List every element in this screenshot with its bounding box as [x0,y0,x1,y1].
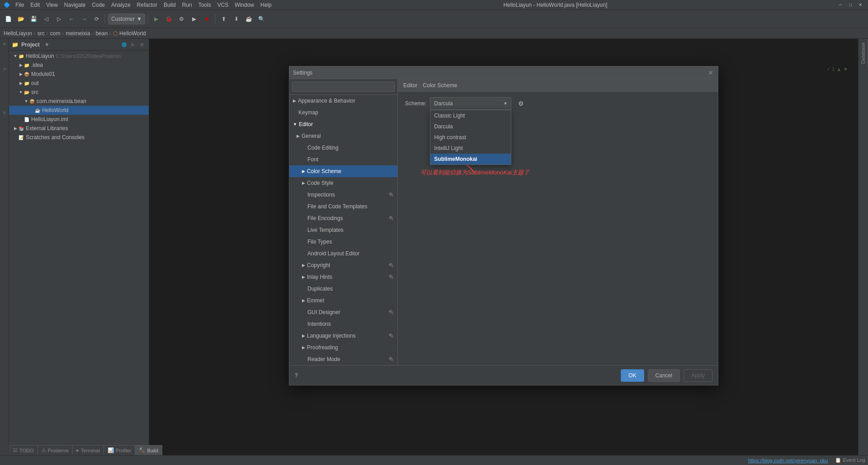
stop-button[interactable]: ■ [202,14,212,24]
minimize-button[interactable]: ─ [836,2,844,8]
profiler-tab[interactable]: 📊 Profiler [104,445,136,455]
settings-item-color-scheme[interactable]: ▶ Color Scheme [289,165,397,177]
settings-item-code-style[interactable]: ▶ Code Style [289,177,397,189]
menu-edit[interactable]: Edit [28,1,42,9]
run-config-dropdown[interactable]: Customer ▼ [108,14,145,24]
cancel-button[interactable]: Cancel [648,369,680,382]
settings-item-copyright[interactable]: ▶ Copyright 🔌 [289,259,397,271]
settings-item-file-templates[interactable]: File and Code Templates [289,201,397,212]
settings-item-editor[interactable]: ▼ Editor [289,118,397,130]
forward-button[interactable]: → [79,14,90,24]
vcs-download-button[interactable]: ⬇ [231,14,242,24]
settings-item-live-templates[interactable]: Live Templates [289,224,397,236]
database-tab[interactable]: Database [859,39,868,67]
close-window-button[interactable]: ✕ [856,2,864,8]
breadcrumb-com[interactable]: com [50,30,61,37]
tree-module01[interactable]: ▶ 📦 Module01 [9,70,149,79]
settings-item-file-encodings[interactable]: File Encodings 🔌 [289,212,397,224]
run-config-button[interactable]: ⚙ [176,14,187,24]
sdk-button[interactable]: ☕ [244,14,255,24]
breadcrumb-file[interactable]: ⬡ [113,30,118,37]
redo-button[interactable]: ▷ [53,14,64,24]
settings-item-keymap[interactable]: Keymap [289,107,397,118]
project-panel-arrow[interactable]: ▼ [44,42,50,48]
settings-item-lang-injections[interactable]: ▶ Language Injections 🔌 [289,330,397,342]
build-tab[interactable]: 🔨 Build [135,445,162,455]
scope-icon[interactable]: 🌐 [120,41,128,49]
todo-tab[interactable]: ☑ TODO [9,445,38,455]
tree-external-libs[interactable]: ▶ 📚 External Libraries [9,124,149,133]
settings-item-intentions[interactable]: Intentions [289,318,397,330]
debug-button[interactable]: 🐞 [164,14,175,24]
scheme-option-intellij-light[interactable]: IntelliJ Light [430,143,511,154]
problems-tab[interactable]: ⚠ Problems [38,445,73,455]
structure-icon[interactable]: S [0,66,9,72]
vcs-button[interactable]: ⬆ [218,14,229,24]
save-button[interactable]: 💾 [28,14,39,24]
run-button[interactable]: ▶ [151,14,162,24]
new-file-button[interactable]: 📄 [3,14,14,24]
settings-search-input[interactable] [292,82,395,92]
tree-src[interactable]: ▼ 📂 src [9,88,149,97]
settings-item-reader-mode[interactable]: Reader Mode 🔌 [289,353,397,365]
menu-help[interactable]: Help [258,1,274,9]
menu-code[interactable]: Code [89,1,108,9]
collapse-all-icon[interactable]: ⇇ [129,41,137,49]
scheme-gear-button[interactable]: ⚙ [515,98,527,109]
tree-iml[interactable]: 📄 HelloLiayun.iml [9,115,149,124]
scheme-option-sublime-monokai[interactable]: SublimeMonokai [430,154,511,164]
settings-item-emmet[interactable]: ▶ Emmet [289,295,397,306]
help-button[interactable]: ? [295,372,298,379]
settings-item-android-layout[interactable]: Android Layout Editor [289,248,397,259]
menu-refactor[interactable]: Refactor [134,1,160,9]
menu-tools[interactable]: Tools [196,1,214,9]
coverage-button[interactable]: ▶ [189,14,200,24]
tree-helloworld[interactable]: ☕ HelloWorld [9,106,149,115]
project-icon[interactable]: P [0,41,9,47]
menu-navigate[interactable]: Navigate [61,1,88,9]
dialog-close-button[interactable]: ✕ [707,69,714,76]
settings-item-file-types[interactable]: File Types [289,236,397,248]
tree-root[interactable]: ▼ 📁 HelloLiayun C:\Users\32120\IdeaProje… [9,52,149,61]
settings-item-code-editing[interactable]: Code Editing [289,142,397,154]
menu-file[interactable]: File [13,1,27,9]
favorites-icon[interactable]: F [0,109,9,116]
menu-view[interactable]: View [43,1,61,9]
event-log-label[interactable]: 📋 Event Log [835,457,865,463]
menu-analyze[interactable]: Analyze [108,1,133,9]
settings-panel-icon[interactable]: ⚙ [138,41,146,49]
terminal-tab[interactable]: ▸ Terminal [73,445,104,455]
back-button[interactable]: ← [66,14,77,24]
settings-item-gui-designer[interactable]: GUI Designer 🔌 [289,306,397,318]
settings-item-appearance[interactable]: ▶ Appearance & Behavior [289,95,397,107]
breadcrumb-project[interactable]: HelloLiayun [4,30,32,37]
tree-idea[interactable]: ▶ 📁 .idea [9,61,149,70]
history-button[interactable]: ⟳ [91,14,102,24]
tree-package[interactable]: ▼ 📦 com.meimeixia.bean [9,97,149,106]
undo-button[interactable]: ◁ [41,14,52,24]
tree-out[interactable]: ▶ 📁 out [9,79,149,88]
open-button[interactable]: 📂 [15,14,26,24]
apply-button[interactable]: Apply [684,369,712,382]
settings-item-general[interactable]: ▶ General [289,130,397,142]
settings-item-inspections[interactable]: Inspections 🔌 [289,189,397,201]
menu-window[interactable]: Window [232,1,257,9]
search-everywhere-button[interactable]: 🔍 [256,14,267,24]
breadcrumb-pkg[interactable]: meimeixia [66,30,90,37]
settings-item-proofreading[interactable]: ▶ Proofreading [289,342,397,353]
breadcrumb-filename[interactable]: HelloWorld [119,30,146,37]
breadcrumb-src[interactable]: src [38,30,45,37]
menu-vcs[interactable]: VCS [215,1,231,9]
menu-run[interactable]: Run [179,1,195,9]
ok-button[interactable]: OK [621,369,644,382]
maximize-button[interactable]: □ [846,2,854,8]
breadcrumb-bean[interactable]: bean [95,30,108,37]
settings-item-font[interactable]: Font [289,154,397,165]
tree-scratches[interactable]: 📝 Scratches and Consoles [9,133,149,142]
menu-build[interactable]: Build [161,1,179,9]
status-link[interactable]: https://blog.csdn.net/yerenyuan_pku [748,458,828,463]
scheme-option-high-contrast[interactable]: High contrast [430,132,511,143]
settings-item-duplicates[interactable]: Duplicates [289,283,397,295]
scheme-option-classic-light[interactable]: Classic Light [430,110,511,121]
settings-item-inlay-hints[interactable]: ▶ Inlay Hints 🔌 [289,271,397,283]
